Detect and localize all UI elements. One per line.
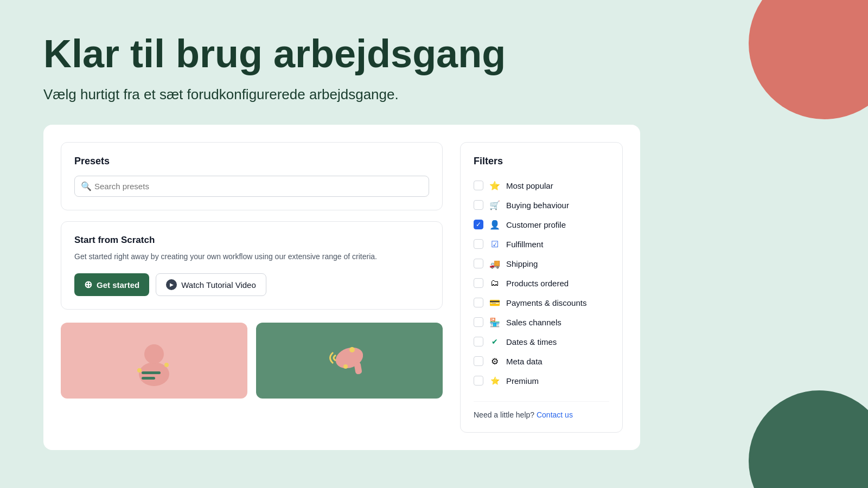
filter-item-premium: ⭐ Premium: [474, 371, 609, 390]
filter-checkbox-payments-discounts[interactable]: [474, 298, 483, 307]
filter-item-sales-channels: 🏪 Sales channels: [474, 312, 609, 332]
search-input[interactable]: [74, 176, 429, 197]
filter-item-customer-profile: ✓ 👤 Customer profile: [474, 215, 609, 234]
filter-item-shipping: 🚚 Shipping: [474, 254, 609, 273]
filter-checkbox-premium[interactable]: [474, 376, 483, 386]
filter-label-premium: Premium: [506, 376, 539, 386]
search-wrapper: 🔍: [74, 176, 429, 197]
watch-tutorial-label: Watch Tutorial Video: [181, 280, 256, 290]
filter-checkbox-shipping[interactable]: [474, 259, 483, 268]
contact-link[interactable]: Contact us: [537, 410, 573, 419]
premium-icon: ⭐: [489, 375, 501, 387]
thumbnail-card-green[interactable]: [256, 323, 443, 399]
filter-checkbox-most-popular[interactable]: [474, 181, 483, 190]
channels-icon: 🏪: [489, 316, 501, 328]
filter-checkbox-fulfillment[interactable]: [474, 239, 483, 249]
filter-checkbox-customer-profile[interactable]: ✓: [474, 220, 483, 229]
filter-label-customer-profile: Customer profile: [506, 220, 566, 229]
products-icon: 🗂: [489, 277, 501, 289]
svg-rect-2: [142, 371, 161, 374]
scratch-title: Start from Scratch: [74, 235, 429, 246]
svg-point-9: [343, 364, 348, 369]
filter-item-products-ordered: 🗂 Products ordered: [474, 273, 609, 293]
help-text: Need a little help?: [474, 410, 534, 419]
dates-icon: ✔: [489, 336, 501, 348]
main-card: Presets 🔍 Start from Scratch Get started…: [43, 125, 640, 450]
filter-checkbox-sales-channels[interactable]: [474, 317, 483, 327]
page-title: Klar til brug arbejdsgang: [43, 33, 825, 75]
truck-icon: 🚚: [489, 258, 501, 269]
page-subtitle: Vælg hurtigt fra et sæt forudkonfigurere…: [43, 86, 825, 103]
thumbnail-card-pink[interactable]: [61, 323, 247, 399]
svg-rect-3: [142, 377, 155, 380]
svg-point-1: [144, 344, 164, 364]
filters-title: Filters: [474, 156, 609, 167]
filter-checkbox-dates-times[interactable]: [474, 337, 483, 346]
filter-item-fulfillment: ☑ Fulfillment: [474, 234, 609, 254]
filter-checkbox-buying-behaviour[interactable]: [474, 200, 483, 210]
svg-point-8: [349, 347, 355, 352]
presets-section: Presets 🔍: [61, 142, 443, 210]
presets-title: Presets: [74, 156, 429, 167]
help-row: Need a little help? Contact us: [474, 401, 609, 419]
filter-label-dates-times: Dates & times: [506, 337, 557, 346]
get-started-button[interactable]: ⊕ Get started: [74, 273, 149, 296]
filter-label-most-popular: Most popular: [506, 181, 553, 190]
meta-icon: ⚙: [489, 355, 501, 367]
filter-item-payments-discounts: 💳 Payments & discounts: [474, 293, 609, 312]
payments-icon: 💳: [489, 297, 501, 309]
filters-panel: Filters ⭐ Most popular 🛒 Buying behaviou…: [460, 142, 623, 433]
filter-item-buying-behaviour: 🛒 Buying behaviour: [474, 195, 609, 215]
button-row: ⊕ Get started ▶ Watch Tutorial Video: [74, 273, 429, 296]
basket-icon: 🛒: [489, 199, 501, 211]
search-icon: 🔍: [81, 181, 92, 191]
filter-label-sales-channels: Sales channels: [506, 318, 561, 327]
megaphone-illustration: [325, 336, 374, 385]
filter-label-payments-discounts: Payments & discounts: [506, 298, 586, 307]
svg-point-4: [137, 368, 142, 373]
person-illustration: [130, 333, 178, 388]
filter-item-dates-times: ✔ Dates & times: [474, 332, 609, 351]
filter-item-meta-data: ⚙ Meta data: [474, 351, 609, 371]
play-icon: ▶: [166, 279, 177, 290]
filter-label-shipping: Shipping: [506, 259, 538, 268]
get-started-label: Get started: [97, 280, 139, 290]
plus-icon: ⊕: [84, 279, 92, 291]
filter-label-fulfillment: Fulfillment: [506, 240, 543, 249]
filter-checkbox-products-ordered[interactable]: [474, 278, 483, 288]
filter-label-buying-behaviour: Buying behaviour: [506, 201, 569, 210]
svg-rect-7: [354, 362, 362, 375]
scratch-section: Start from Scratch Get started right awa…: [61, 221, 443, 310]
filter-label-meta-data: Meta data: [506, 357, 542, 366]
filter-list: ⭐ Most popular 🛒 Buying behaviour ✓ 👤 Cu…: [474, 176, 609, 390]
left-panel: Presets 🔍 Start from Scratch Get started…: [61, 142, 443, 433]
svg-point-5: [164, 363, 169, 367]
fulfillment-icon: ☑: [489, 238, 501, 250]
person-icon: 👤: [489, 219, 501, 230]
thumbnail-cards-row: [61, 323, 443, 399]
scratch-description: Get started right away by creating your …: [74, 251, 429, 262]
watch-tutorial-button[interactable]: ▶ Watch Tutorial Video: [156, 273, 266, 296]
filter-label-products-ordered: Products ordered: [506, 279, 569, 288]
star-icon: ⭐: [489, 179, 501, 191]
filter-item-most-popular: ⭐ Most popular: [474, 176, 609, 195]
filter-checkbox-meta-data[interactable]: [474, 356, 483, 366]
